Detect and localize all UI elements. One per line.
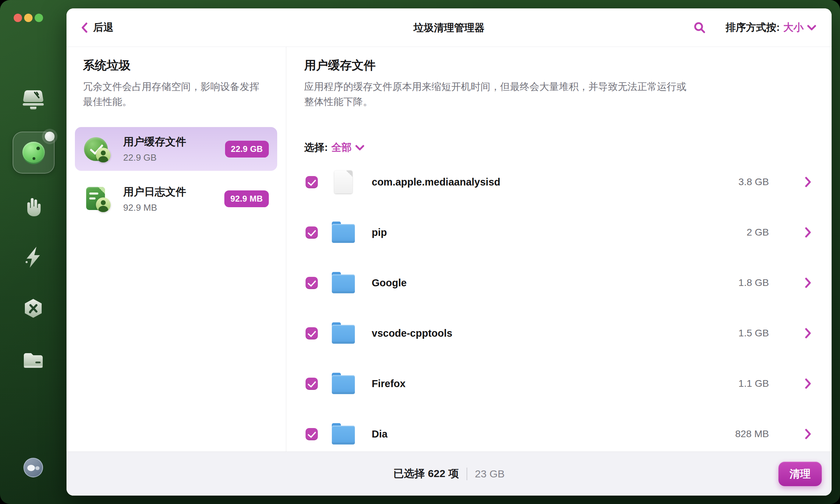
clock-user-icon: [84, 137, 108, 161]
zoom-button[interactable]: [35, 14, 43, 22]
traffic-lights: [14, 14, 43, 22]
checkbox-checked[interactable]: [306, 226, 318, 239]
detail-panel: 用户缓存文件 应用程序的缓存文件原本用来缩短开机时间，但最终会大量堆积，并导致无…: [287, 47, 832, 451]
detail-heading: 用户缓存文件: [304, 57, 376, 74]
item-name: Google: [372, 277, 407, 289]
list-item[interactable]: pip 2 GB: [306, 207, 832, 258]
category-title: 用户缓存文件: [123, 135, 186, 149]
item-name: Dia: [372, 428, 387, 440]
minimize-button[interactable]: [24, 14, 33, 22]
list-item[interactable]: Dia 828 MB: [306, 409, 832, 451]
item-name: pip: [372, 227, 387, 238]
category-size: 22.9 GB: [123, 152, 186, 163]
search-icon[interactable]: [693, 21, 706, 34]
item-size: 1.5 GB: [738, 328, 769, 339]
list-item[interactable]: com.apple.mediaanalysisd 3.8 GB: [306, 157, 832, 207]
category-user-cache[interactable]: 用户缓存文件 22.9 GB 22.9 GB: [75, 127, 277, 171]
checkbox-checked[interactable]: [306, 327, 318, 340]
item-size: 1.8 GB: [738, 277, 769, 288]
cache-items-list: com.apple.mediaanalysisd 3.8 GB pip 2 GB: [306, 157, 832, 451]
select-all-control[interactable]: 选择: 全部: [304, 141, 364, 155]
footer-divider: [467, 468, 467, 480]
item-name: Firefox: [372, 378, 406, 390]
sort-control[interactable]: 排序方式按: 大小: [726, 21, 816, 35]
category-size-badge: 22.9 GB: [225, 141, 269, 158]
folder-icon: [331, 272, 356, 293]
categories-description: 冗余文件会占用存储空间，影响设备发挥最佳性能。: [83, 79, 260, 110]
chevron-right-icon[interactable]: [805, 227, 811, 238]
categories-panel: 系统垃圾 冗余文件会占用存储空间，影响设备发挥最佳性能。 用户缓存文件 22.9…: [66, 47, 286, 451]
lightning-bolt-icon[interactable]: [24, 246, 43, 268]
checkbox-checked[interactable]: [306, 176, 318, 188]
log-user-icon: [84, 187, 108, 211]
item-size: 828 MB: [735, 428, 769, 440]
list-item[interactable]: Firefox 1.1 GB: [306, 358, 832, 409]
display-cleaner-icon[interactable]: [22, 90, 44, 110]
sidebar-dock: [0, 0, 66, 504]
sidebar-item-cleaner-selected[interactable]: [13, 132, 55, 174]
item-name: com.apple.mediaanalysisd: [372, 176, 500, 188]
detail-description: 应用程序的缓存文件原本用来缩短开机时间，但最终会大量堆积，并导致无法正常运行或整…: [304, 79, 689, 110]
item-size: 2 GB: [747, 227, 769, 238]
item-size: 1.1 GB: [738, 378, 769, 389]
app-window: 后退 垃圾清理管理器 排序方式按: 大小 系统垃圾 冗余文件会占用存储空间: [66, 8, 832, 496]
categories-heading: 系统垃圾: [83, 57, 131, 74]
chevron-right-icon[interactable]: [805, 177, 811, 187]
select-value: 全部: [331, 141, 352, 155]
hexagon-x-icon[interactable]: [22, 298, 44, 319]
checkbox-checked[interactable]: [306, 378, 318, 390]
window-header: 后退 垃圾清理管理器 排序方式按: 大小: [66, 8, 832, 47]
close-button[interactable]: [14, 14, 22, 22]
folder-icon: [331, 373, 356, 394]
folder-sidebar-icon[interactable]: [22, 352, 44, 370]
file-icon: [331, 170, 356, 194]
user-avatar[interactable]: [23, 458, 43, 477]
cleaner-disk-icon: [22, 142, 45, 163]
sort-value: 大小: [783, 21, 804, 35]
clean-button[interactable]: 清理: [778, 462, 822, 486]
list-item[interactable]: vscode-cpptools 1.5 GB: [306, 308, 832, 358]
header-actions: 排序方式按: 大小: [693, 8, 816, 47]
checkbox-checked[interactable]: [306, 277, 318, 289]
chevron-down-icon: [807, 24, 816, 31]
category-title: 用户日志文件: [123, 185, 186, 199]
item-name: vscode-cpptools: [372, 328, 452, 339]
hand-stop-icon[interactable]: [23, 195, 43, 217]
chevron-right-icon[interactable]: [805, 378, 811, 389]
item-size: 3.8 GB: [738, 176, 769, 188]
selected-count: 已选择 622 项: [393, 467, 459, 481]
chevron-down-icon: [355, 145, 364, 151]
chevron-right-icon[interactable]: [805, 429, 811, 439]
chevron-right-icon[interactable]: [805, 278, 811, 288]
app-background: 后退 垃圾清理管理器 排序方式按: 大小 系统垃圾 冗余文件会占用存储空间: [0, 0, 840, 504]
checkbox-checked[interactable]: [306, 428, 318, 440]
folder-icon: [331, 323, 356, 344]
notification-dot: [45, 132, 55, 141]
chevron-right-icon[interactable]: [805, 328, 811, 338]
folder-icon: [331, 424, 356, 444]
selected-total-size: 23 GB: [475, 468, 505, 480]
category-size: 92.9 MB: [123, 202, 186, 213]
folder-icon: [331, 222, 356, 243]
category-user-logs[interactable]: 用户日志文件 92.9 MB 92.9 MB: [75, 179, 277, 218]
window-footer: 已选择 622 项 23 GB 清理: [66, 451, 832, 496]
category-size-badge: 92.9 MB: [224, 190, 269, 207]
list-item[interactable]: Google 1.8 GB: [306, 258, 832, 308]
sort-label: 排序方式按:: [726, 21, 780, 35]
select-label: 选择:: [304, 141, 328, 155]
